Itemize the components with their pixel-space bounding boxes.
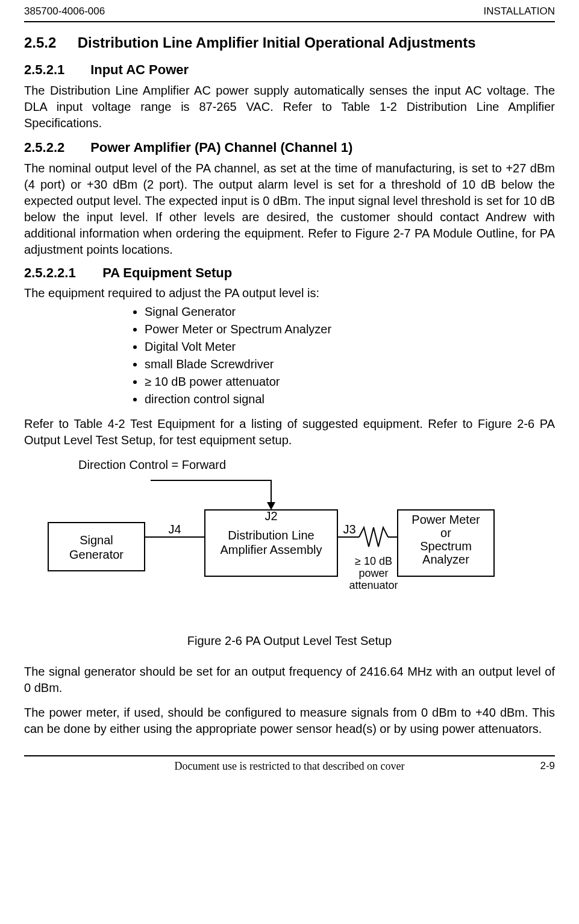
paragraph-input-ac-power: The Distribution Line Amplifier AC power…: [24, 83, 555, 131]
direction-control-label: Direction Control = Forward: [78, 457, 555, 473]
pm-l3: Spectrum: [420, 539, 472, 553]
list-item: small Blade Screwdriver: [145, 356, 555, 372]
signal-generator-label-l2: Generator: [69, 548, 124, 561]
pm-l2: or: [440, 526, 451, 539]
list-item: ≥ 10 dB power attenuator: [145, 374, 555, 390]
direction-control-line: [151, 480, 271, 506]
dla-label-l2: Amplifier Assembly: [221, 543, 322, 556]
list-item: Signal Generator: [145, 304, 555, 320]
equipment-list: Signal Generator Power Meter or Spectrum…: [24, 304, 555, 407]
signal-generator-label-l1: Signal: [80, 533, 113, 547]
list-item: direction control signal: [145, 391, 555, 407]
list-item: Power Meter or Spectrum Analyzer: [145, 321, 555, 338]
attenuator-icon: [359, 527, 388, 547]
header-section-label: INSTALLATION: [484, 5, 555, 19]
heading-title: Input AC Power: [90, 62, 189, 77]
signal-generator-box: [48, 523, 145, 571]
paragraph-refer-table: Refer to Table 4-2 Test Equipment for a …: [24, 416, 555, 448]
heading-number: 2.5.2: [24, 33, 74, 52]
page-number: 2-9: [519, 759, 555, 773]
paragraph-power-meter-config: The power meter, if used, should be conf…: [24, 705, 555, 737]
dla-label-l1: Distribution Line: [228, 529, 314, 542]
heading-2-5-2-2: 2.5.2.2 Power Amplifier (PA) Channel (Ch…: [24, 139, 555, 157]
paragraph-pa-channel: The nominal output level of the PA chann…: [24, 160, 555, 258]
figure-caption: Figure 2-6 PA Output Level Test Setup: [24, 633, 555, 649]
paragraph-pa-setup-intro: The equipment required to adjust the PA …: [24, 285, 555, 301]
heading-number: 2.5.2.1: [24, 61, 87, 79]
page-header: 385700-4006-006 INSTALLATION: [24, 0, 555, 21]
heading-number: 2.5.2.2: [24, 139, 87, 157]
page-footer: Document use is restricted to that descr…: [24, 756, 555, 779]
pm-l1: Power Meter: [412, 513, 480, 526]
heading-title: PA Equipment Setup: [102, 265, 232, 280]
j4-label: J4: [168, 523, 181, 536]
j2-label: J2: [264, 509, 277, 523]
att-l3: attenuator: [349, 579, 398, 591]
att-l1: ≥ 10 dB: [355, 555, 392, 567]
heading-2-5-2-1: 2.5.2.1 Input AC Power: [24, 61, 555, 79]
att-l2: power: [358, 567, 388, 579]
heading-2-5-2: 2.5.2 Distribution Line Amplifier Initia…: [24, 33, 555, 52]
heading-title: Distribution Line Amplifier Initial Oper…: [78, 34, 476, 51]
list-item: Digital Volt Meter: [145, 339, 555, 355]
heading-number: 2.5.2.2.1: [24, 264, 99, 282]
block-diagram-svg: Signal Generator J2 Distribution Line Am…: [24, 477, 554, 615]
footer-center-text: Document use is restricted to that descr…: [60, 759, 519, 773]
top-rule: [24, 21, 555, 22]
heading-title: Power Amplifier (PA) Channel (Channel 1): [90, 140, 352, 155]
paragraph-siggen-setting: The signal generator should be set for a…: [24, 664, 555, 696]
j3-label: J3: [343, 523, 355, 536]
pm-l4: Analyzer: [422, 553, 469, 566]
doc-number: 385700-4006-006: [24, 5, 105, 19]
figure-2-6: Direction Control = Forward Signal Gener…: [24, 457, 555, 649]
heading-2-5-2-2-1: 2.5.2.2.1 PA Equipment Setup: [24, 264, 555, 282]
